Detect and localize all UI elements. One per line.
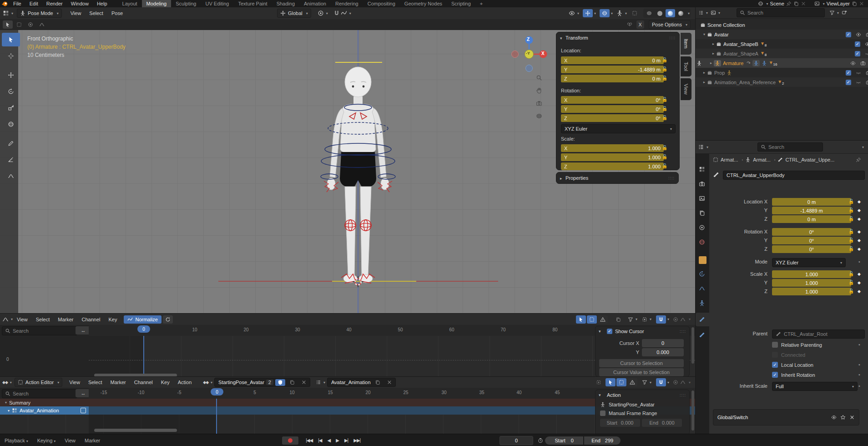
- expand-icon[interactable]: ▸: [712, 51, 714, 56]
- channel-action-row[interactable]: ▾ Avatar_Animation: [0, 406, 695, 415]
- n-panel-tab-tool[interactable]: Tool: [681, 56, 691, 76]
- dope-search-input[interactable]: Search: [2, 389, 77, 398]
- graph-search-input[interactable]: Search: [2, 326, 77, 335]
- rotation-y-field[interactable]: Y0°: [561, 105, 664, 113]
- inherit-rotation-row[interactable]: ✓ Inherit Rotation: [772, 372, 815, 378]
- close-icon[interactable]: [384, 379, 394, 386]
- outliner-row-avatar[interactable]: ▾ Avatar ✓: [696, 30, 868, 39]
- viewlayer-selector[interactable]: ▾ ViewLayer: [814, 1, 864, 6]
- relative-parenting-checkbox[interactable]: [772, 342, 778, 348]
- tab-bone-constraints-icon[interactable]: [699, 332, 705, 339]
- viewport-menu-view[interactable]: View: [66, 10, 86, 16]
- tool-breakdowner[interactable]: [2, 169, 20, 183]
- tool-annotate[interactable]: [2, 137, 20, 150]
- n-panel-tab-item[interactable]: Item: [681, 33, 691, 55]
- lock-icon[interactable]: 🔓: [662, 115, 667, 120]
- navigation-gizmo[interactable]: Z X -Y: [509, 34, 550, 75]
- tool-measure[interactable]: [2, 153, 20, 167]
- pan-hand-icon[interactable]: [536, 87, 542, 94]
- copy-icon[interactable]: [852, 1, 857, 6]
- menu-help[interactable]: Help: [93, 1, 111, 6]
- viewport-3d[interactable]: Front Orthographic (0) Armature : CTRL_A…: [0, 30, 695, 313]
- eye-closed-icon[interactable]: [856, 70, 861, 76]
- remove-icon[interactable]: [849, 415, 855, 420]
- camera-icon[interactable]: [860, 61, 866, 66]
- pose-display-dropdown[interactable]: ▾: [616, 10, 627, 16]
- expand-icon[interactable]: ▸: [712, 42, 714, 46]
- exclude-checkbox[interactable]: ✓: [846, 80, 851, 85]
- lock-icon[interactable]: 🔓: [662, 97, 667, 102]
- dope-h-scrollbar[interactable]: [94, 429, 177, 432]
- camera-view-icon[interactable]: [536, 100, 542, 106]
- dope-mode-dropdown[interactable]: Action Editor▾: [15, 378, 62, 387]
- dope-warning-icon[interactable]: [627, 378, 637, 386]
- dope-menu-channel[interactable]: Channel: [130, 380, 157, 385]
- dope-v-scrollbar[interactable]: [691, 390, 694, 431]
- action-panel-header[interactable]: ▾ Action ::::: [595, 390, 689, 400]
- tab-tool-icon[interactable]: [699, 166, 705, 173]
- outliner-row-avatar-shapea[interactable]: ▸ Avatar_ShapeA ▼8 ✓: [696, 49, 868, 58]
- breadcrumb-object[interactable]: Armat...: [721, 157, 738, 162]
- breadcrumb-data[interactable]: Armat...: [753, 157, 771, 162]
- n-panel-tab-view[interactable]: View: [681, 78, 691, 100]
- normalize-toggle[interactable]: Normalize: [124, 315, 161, 324]
- workspace-tab-layout[interactable]: Layout: [118, 0, 142, 7]
- lock-icon[interactable]: 🔓: [662, 66, 667, 71]
- outliner-row-scene-collection[interactable]: Scene Collection: [696, 20, 868, 30]
- prop-location-x[interactable]: 0 m: [772, 198, 851, 206]
- tool-scale[interactable]: [2, 101, 20, 115]
- exclude-checkbox[interactable]: ✓: [846, 32, 851, 37]
- expand-icon[interactable]: ▸: [710, 61, 712, 65]
- keyframe-icon[interactable]: ◆: [858, 289, 861, 294]
- dope-box-select-button[interactable]: [616, 378, 626, 386]
- expand-icon[interactable]: ▸: [703, 71, 705, 75]
- show-cursor-header[interactable]: ▾ ✓ Show Cursor ::::: [595, 326, 689, 336]
- tab-object-constraints-icon[interactable]: [699, 285, 705, 293]
- jump-to-start-button[interactable]: |◀◀: [303, 438, 315, 443]
- viewlayer-name[interactable]: ViewLayer: [827, 1, 850, 6]
- shading-material-button[interactable]: [666, 9, 675, 17]
- pose-mirror-x-icon[interactable]: [625, 20, 635, 29]
- graph-editor-type-button[interactable]: ▾: [2, 316, 13, 323]
- rotation-mode-dropdown[interactable]: XYZ Euler▾: [561, 124, 676, 133]
- workspace-tab-texture-paint[interactable]: Texture Paint: [233, 0, 272, 7]
- rotation-z-field[interactable]: Z0°: [561, 114, 664, 122]
- frame-start-field[interactable]: Start0: [545, 436, 583, 445]
- prop-scale-x[interactable]: 1.000: [772, 270, 851, 278]
- local-location-checkbox[interactable]: ✓: [772, 362, 778, 368]
- tab-viewlayer-icon[interactable]: [699, 210, 705, 217]
- next-keyframe-button[interactable]: ▶|: [342, 438, 351, 443]
- menu-window[interactable]: Window: [67, 1, 93, 6]
- graph-menu-key[interactable]: Key: [104, 317, 121, 322]
- playback-menu[interactable]: Playback▾: [0, 438, 33, 443]
- prop-location-y[interactable]: -1.4889 m: [772, 207, 851, 214]
- dope-select-cursor-button[interactable]: [606, 378, 616, 386]
- zoom-tool-icon[interactable]: [536, 75, 542, 81]
- graph-menu-marker[interactable]: Marker: [54, 317, 77, 322]
- tab-object-data-icon[interactable]: [699, 300, 705, 307]
- location-x-field[interactable]: X0 m: [561, 56, 664, 64]
- workspace-tab-scripting[interactable]: Scripting: [447, 0, 475, 7]
- lock-icon[interactable]: 🔓: [662, 145, 667, 150]
- graph-v-scrollbar[interactable]: [691, 327, 694, 364]
- tab-object-icon[interactable]: [699, 256, 707, 264]
- dope-menu-action[interactable]: Action: [174, 380, 196, 385]
- lock-icon[interactable]: 🔓: [662, 76, 667, 81]
- n-panel-properties-collapsed[interactable]: ▸Properties::::: [556, 172, 679, 184]
- lock-icon[interactable]: 🔓: [662, 163, 667, 168]
- tool-cursor[interactable]: [2, 49, 20, 63]
- manual-frame-range-row[interactable]: Manual Frame Range: [595, 409, 689, 417]
- action-name[interactable]: StartingPose_Avatar: [218, 380, 264, 385]
- camera-icon[interactable]: [866, 70, 868, 76]
- editor-type-button[interactable]: ▾: [3, 10, 13, 16]
- bone-collection-row[interactable]: Global/Switch: [713, 410, 859, 425]
- frame-end-field[interactable]: End299: [584, 436, 621, 445]
- eye-closed-icon[interactable]: [856, 80, 861, 85]
- pivot-point-selector[interactable]: ▾: [318, 10, 328, 16]
- graph-playhead-line[interactable]: [143, 336, 144, 377]
- outliner-row-prop[interactable]: ▸ Prop ✓: [696, 68, 868, 77]
- keyframe-icon[interactable]: ◆: [858, 247, 861, 251]
- cursor-y-field[interactable]: 0.000: [642, 348, 684, 356]
- lock-icon[interactable]: 🔓: [662, 154, 667, 159]
- inherit-scale-dropdown[interactable]: Full▾: [772, 382, 858, 391]
